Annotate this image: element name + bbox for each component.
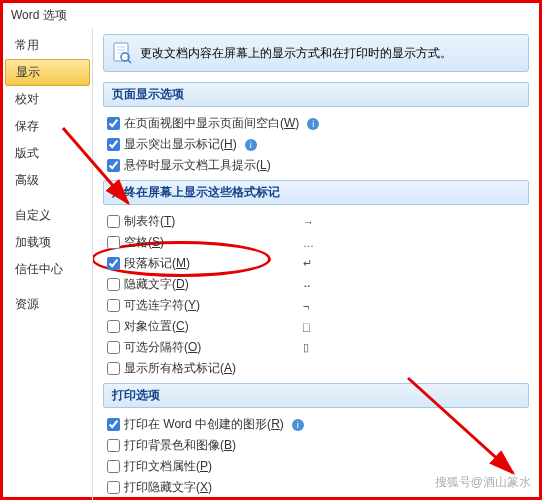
option-checkbox[interactable] bbox=[107, 138, 120, 151]
section-header-page-display: 页面显示选项 bbox=[103, 82, 529, 107]
format-symbol: … bbox=[303, 237, 314, 249]
format-symbol: ▯ bbox=[303, 341, 309, 354]
option-checkbox[interactable] bbox=[107, 159, 120, 172]
option-label[interactable]: 段落标记(M) bbox=[124, 255, 190, 272]
format-symbol: ⎕ bbox=[303, 321, 310, 333]
option-label[interactable]: 可选分隔符(O) bbox=[124, 339, 201, 356]
sidebar-item-5[interactable]: 高级 bbox=[3, 167, 92, 194]
option-checkbox[interactable] bbox=[107, 481, 120, 494]
sidebar-item-0[interactable]: 常用 bbox=[3, 32, 92, 59]
option-label[interactable]: 隐藏文字(D) bbox=[124, 276, 189, 293]
format-symbol: ¬ bbox=[303, 300, 309, 312]
option-row: 制表符(T)→ bbox=[103, 211, 529, 232]
option-row: 隐藏文字(D)⠤ bbox=[103, 274, 529, 295]
info-icon[interactable]: i bbox=[307, 118, 319, 130]
option-checkbox[interactable] bbox=[107, 236, 120, 249]
option-label[interactable]: 打印背景色和图像(B) bbox=[124, 437, 236, 454]
content-pane: 更改文档内容在屏幕上的显示方式和在打印时的显示方式。 页面显示选项 在页面视图中… bbox=[93, 28, 539, 500]
option-checkbox[interactable] bbox=[107, 362, 120, 375]
option-row: 显示所有格式标记(A) bbox=[103, 358, 529, 379]
option-row: 打印背景色和图像(B) bbox=[103, 435, 529, 456]
banner: 更改文档内容在屏幕上的显示方式和在打印时的显示方式。 bbox=[103, 34, 529, 72]
info-icon[interactable]: i bbox=[245, 139, 257, 151]
option-row: 空格(S)… bbox=[103, 232, 529, 253]
section-header-print-options: 打印选项 bbox=[103, 383, 529, 408]
sidebar-item-2[interactable]: 校对 bbox=[3, 86, 92, 113]
sidebar-item-8[interactable]: 信任中心 bbox=[3, 256, 92, 283]
option-label[interactable]: 悬停时显示文档工具提示(L) bbox=[124, 157, 271, 174]
option-label[interactable]: 显示突出显示标记(H) bbox=[124, 136, 237, 153]
option-label[interactable]: 打印文档属性(P) bbox=[124, 458, 212, 475]
option-checkbox[interactable] bbox=[107, 418, 120, 431]
sidebar-item-3[interactable]: 保存 bbox=[3, 113, 92, 140]
format-symbol: ↵ bbox=[303, 257, 312, 270]
section-header-format-marks: 始终在屏幕上显示这些格式标记 bbox=[103, 180, 529, 205]
option-label[interactable]: 打印在 Word 中创建的图形(R) bbox=[124, 416, 284, 433]
option-row: 显示突出显示标记(H)i bbox=[103, 134, 529, 155]
watermark: 搜狐号@酒山篆水 bbox=[435, 474, 531, 491]
option-checkbox[interactable] bbox=[107, 215, 120, 228]
sidebar-item-7[interactable]: 加载项 bbox=[3, 229, 92, 256]
option-row: 可选分隔符(O)▯ bbox=[103, 337, 529, 358]
option-checkbox[interactable] bbox=[107, 320, 120, 333]
option-row: 段落标记(M)↵ bbox=[103, 253, 529, 274]
sidebar: 常用显示校对保存版式高级自定义加载项信任中心资源 bbox=[3, 28, 93, 500]
sidebar-item-6[interactable]: 自定义 bbox=[3, 202, 92, 229]
option-row: 对象位置(C)⎕ bbox=[103, 316, 529, 337]
svg-line-5 bbox=[128, 60, 131, 63]
banner-text: 更改文档内容在屏幕上的显示方式和在打印时的显示方式。 bbox=[140, 45, 452, 62]
option-label[interactable]: 显示所有格式标记(A) bbox=[124, 360, 236, 377]
format-symbol: → bbox=[303, 216, 314, 228]
option-row: 可选连字符(Y)¬ bbox=[103, 295, 529, 316]
option-checkbox[interactable] bbox=[107, 299, 120, 312]
option-checkbox[interactable] bbox=[107, 117, 120, 130]
option-label[interactable]: 打印隐藏文字(X) bbox=[124, 479, 212, 496]
window-title: Word 选项 bbox=[3, 3, 539, 28]
option-label[interactable]: 在页面视图中显示页面间空白(W) bbox=[124, 115, 299, 132]
info-icon[interactable]: i bbox=[292, 419, 304, 431]
option-checkbox[interactable] bbox=[107, 257, 120, 270]
option-label[interactable]: 对象位置(C) bbox=[124, 318, 189, 335]
option-label[interactable]: 制表符(T) bbox=[124, 213, 175, 230]
format-symbol: ⠤ bbox=[303, 278, 311, 291]
page-magnify-icon bbox=[112, 41, 132, 65]
option-checkbox[interactable] bbox=[107, 278, 120, 291]
option-label[interactable]: 空格(S) bbox=[124, 234, 164, 251]
option-row: 打印在 Word 中创建的图形(R)i bbox=[103, 414, 529, 435]
sidebar-item-1[interactable]: 显示 bbox=[5, 59, 90, 86]
option-checkbox[interactable] bbox=[107, 439, 120, 452]
option-checkbox[interactable] bbox=[107, 341, 120, 354]
option-checkbox[interactable] bbox=[107, 460, 120, 473]
option-label[interactable]: 可选连字符(Y) bbox=[124, 297, 200, 314]
option-row: 悬停时显示文档工具提示(L) bbox=[103, 155, 529, 176]
sidebar-item-9[interactable]: 资源 bbox=[3, 291, 92, 318]
sidebar-item-4[interactable]: 版式 bbox=[3, 140, 92, 167]
option-row: 在页面视图中显示页面间空白(W)i bbox=[103, 113, 529, 134]
